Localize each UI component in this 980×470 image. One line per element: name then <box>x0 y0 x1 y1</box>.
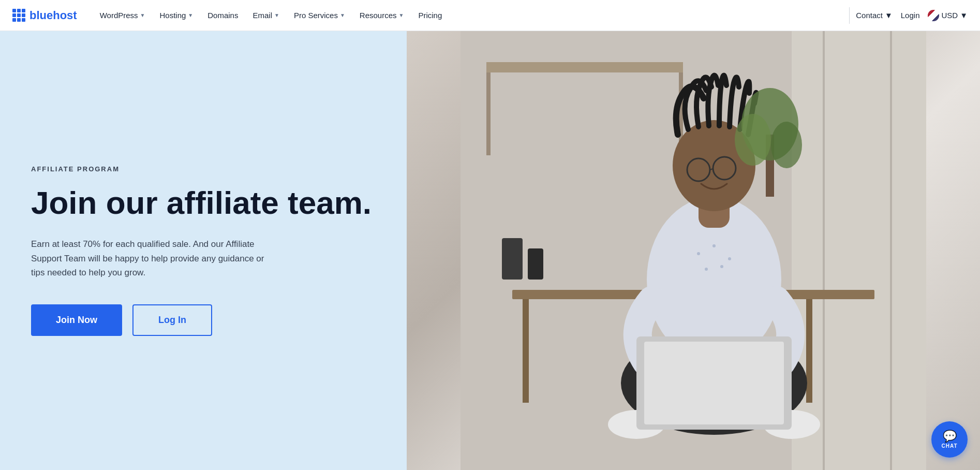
svg-rect-8 <box>523 299 529 403</box>
svg-rect-15 <box>644 342 784 424</box>
chat-fab-button[interactable]: 💬 CHAT <box>931 421 968 458</box>
svg-rect-30 <box>502 238 523 280</box>
hero-tag: AFFILIATE PROGRAM <box>31 165 376 173</box>
nav-currency[interactable]: USD ▼ <box>928 10 968 21</box>
navbar: bluehost WordPress ▼ Hosting ▼ Domains E… <box>0 0 980 31</box>
nav-login[interactable]: Login <box>901 11 920 20</box>
nav-item-hosting[interactable]: Hosting ▼ <box>154 8 200 23</box>
hero-left-panel: AFFILIATE PROGRAM Join our affiliate tea… <box>0 31 407 470</box>
chevron-down-icon: ▼ <box>960 11 968 20</box>
hero-illustration <box>407 31 980 470</box>
svg-point-21 <box>697 252 700 255</box>
svg-point-25 <box>720 265 723 268</box>
svg-point-24 <box>705 268 708 271</box>
chevron-down-icon: ▼ <box>274 12 279 18</box>
svg-rect-1 <box>792 31 926 470</box>
chat-fab-label: CHAT <box>941 443 957 449</box>
chevron-down-icon: ▼ <box>885 11 893 20</box>
nav-item-pricing[interactable]: Pricing <box>412 8 448 23</box>
svg-point-29 <box>771 122 802 168</box>
nav-item-wordpress[interactable]: WordPress ▼ <box>94 8 152 23</box>
nav-label-wordpress: WordPress <box>100 11 138 20</box>
nav-item-domains[interactable]: Domains <box>201 8 244 23</box>
nav-right: Contact ▼ Login USD ▼ <box>856 10 968 21</box>
logo-link[interactable]: bluehost <box>12 9 77 22</box>
svg-rect-3 <box>890 31 892 470</box>
logo-text: bluehost <box>29 9 77 22</box>
nav-item-pro-services[interactable]: Pro Services ▼ <box>288 8 351 23</box>
svg-rect-9 <box>806 299 812 403</box>
log-in-button[interactable]: Log In <box>132 304 212 336</box>
hero-title: Join our affiliate team. <box>31 185 376 221</box>
nav-label-pricing: Pricing <box>418 11 442 20</box>
svg-rect-31 <box>528 248 543 280</box>
svg-rect-5 <box>486 72 491 155</box>
chat-bubble-icon: 💬 <box>943 431 957 442</box>
chevron-down-icon: ▼ <box>140 12 145 18</box>
join-now-button[interactable]: Join Now <box>31 304 122 336</box>
nav-label-email: Email <box>253 11 272 20</box>
nav-divider <box>849 7 850 24</box>
svg-rect-4 <box>486 62 683 72</box>
nav-label-domains: Domains <box>207 11 238 20</box>
nav-item-email[interactable]: Email ▼ <box>246 8 285 23</box>
chevron-down-icon: ▼ <box>340 12 345 18</box>
chevron-down-icon: ▼ <box>399 12 404 18</box>
nav-contact[interactable]: Contact ▼ <box>856 11 893 20</box>
nav-item-resources[interactable]: Resources ▼ <box>353 8 410 23</box>
flag-icon <box>928 10 939 21</box>
hero-right-panel <box>407 31 980 470</box>
hero-image <box>407 31 980 470</box>
nav-links: WordPress ▼ Hosting ▼ Domains Email ▼ Pr… <box>94 8 843 23</box>
chevron-down-icon: ▼ <box>188 12 193 18</box>
logo-grid-icon <box>12 9 25 22</box>
hero-buttons: Join Now Log In <box>31 304 376 336</box>
svg-rect-2 <box>823 31 825 470</box>
svg-point-23 <box>728 257 731 260</box>
svg-point-22 <box>712 244 716 247</box>
svg-point-28 <box>735 114 771 166</box>
hero-description: Earn at least 70% for each qualified sal… <box>31 237 279 280</box>
nav-label-resources: Resources <box>360 11 397 20</box>
hero-section: AFFILIATE PROGRAM Join our affiliate tea… <box>0 31 980 470</box>
nav-label-pro-services: Pro Services <box>294 11 338 20</box>
nav-label-hosting: Hosting <box>160 11 186 20</box>
nav-contact-label: Contact <box>856 11 883 20</box>
